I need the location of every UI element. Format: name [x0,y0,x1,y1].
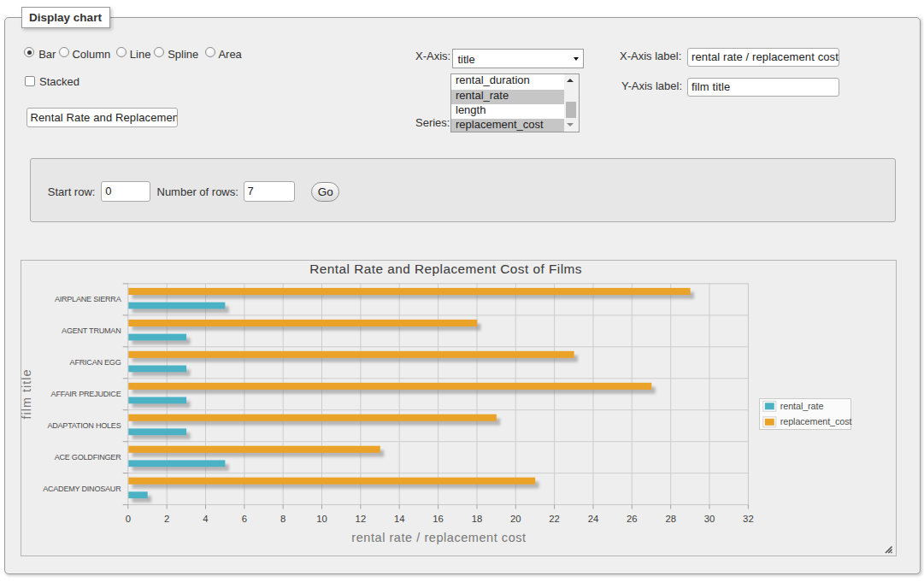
svg-text:22: 22 [549,514,560,524]
svg-text:ACADEMY DINOSAUR: ACADEMY DINOSAUR [43,485,121,493]
svg-text:AIRPLANE SIERRA: AIRPLANE SIERRA [55,295,122,303]
svg-text:26: 26 [627,514,638,524]
svg-text:10: 10 [316,514,327,524]
svg-text:6: 6 [242,514,247,524]
svg-text:ADAPTATION HOLES: ADAPTATION HOLES [47,421,121,430]
svg-text:2: 2 [164,514,169,524]
svg-text:8: 8 [280,514,285,524]
svg-text:ACE GOLDFINGER: ACE GOLDFINGER [55,453,122,461]
svg-text:AFRICAN EGG: AFRICAN EGG [70,358,121,367]
svg-text:4: 4 [203,514,208,524]
svg-text:24: 24 [588,514,599,524]
svg-text:14: 14 [394,514,405,524]
svg-text:28: 28 [665,514,676,524]
svg-text:16: 16 [433,514,444,524]
svg-text:12: 12 [356,514,367,524]
svg-text:20: 20 [510,514,521,524]
svg-text:18: 18 [472,514,483,524]
svg-text:film title: film title [21,368,33,419]
svg-text:AGENT TRUMAN: AGENT TRUMAN [62,326,121,335]
svg-text:AFFAIR PREJUDICE: AFFAIR PREJUDICE [51,390,121,398]
svg-text:Rental Rate and Replacement Co: Rental Rate and Replacement Cost of Film… [309,262,582,276]
svg-text:30: 30 [704,514,715,524]
svg-text:32: 32 [743,514,754,524]
svg-text:0: 0 [126,514,131,524]
svg-text:replacement_cost: replacement_cost [780,416,852,426]
svg-text:rental rate / replacement cost: rental rate / replacement cost [351,531,526,544]
svg-text:rental_rate: rental_rate [780,401,824,411]
